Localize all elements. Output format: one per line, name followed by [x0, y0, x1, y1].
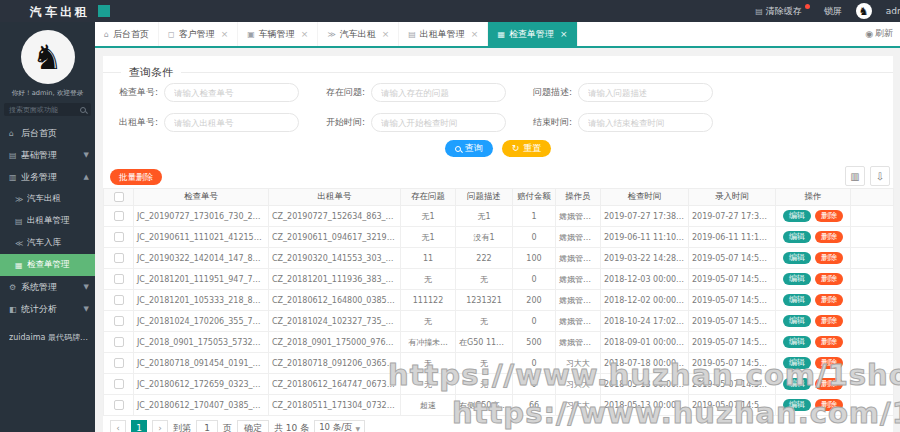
row-checkbox[interactable] — [114, 232, 124, 242]
rent-no-field-input[interactable] — [164, 113, 299, 132]
close-icon[interactable]: × — [301, 29, 309, 39]
sidebar-item-car-storage[interactable]: ≪汽车入库 — [0, 232, 95, 254]
cell-entry-time: 2019-05-07 14:55:30 — [689, 248, 776, 269]
delete-button[interactable]: 删除 — [815, 399, 843, 411]
close-icon[interactable]: × — [471, 29, 479, 39]
edit-button[interactable]: 编辑 — [783, 315, 811, 327]
sidebar-item-system-mgmt[interactable]: ⚙系统管理▼ — [0, 276, 95, 298]
delete-button[interactable]: 删除 — [815, 252, 843, 264]
lock-screen-button[interactable]: 锁屏 — [824, 5, 842, 18]
edit-button[interactable]: 编辑 — [783, 273, 811, 285]
tab-car-rent[interactable]: ≫汽车出租× — [318, 22, 399, 46]
cell-operator: 嫦娥管理员 — [556, 290, 601, 311]
row-checkbox[interactable] — [114, 253, 124, 263]
select-all-checkbox[interactable] — [114, 192, 124, 202]
sidebar-item-inspection-mgmt[interactable]: ▦检查单管理 — [0, 254, 95, 276]
batch-delete-button[interactable]: 批量删除 — [110, 169, 162, 185]
edit-button[interactable]: 编辑 — [783, 378, 811, 390]
row-checkbox[interactable] — [114, 379, 124, 389]
problem-desc-field-input[interactable] — [578, 83, 713, 102]
cell-filler — [851, 269, 894, 290]
notification-dot-icon — [805, 4, 810, 9]
problem-exist-field-input[interactable] — [371, 83, 506, 102]
row-checkbox-cell — [104, 332, 134, 353]
delete-button[interactable]: 删除 — [815, 294, 843, 306]
cell-check-time: 2018-12-02 00:00:00 — [601, 290, 689, 311]
sidebar-item-label: 后台首页 — [21, 127, 89, 140]
sidebar-item-business-mgmt[interactable]: ▥业务管理▲ — [0, 166, 95, 188]
delete-button[interactable]: 删除 — [815, 378, 843, 390]
edit-button[interactable]: 编辑 — [783, 231, 811, 243]
sidebar-item-basic-mgmt[interactable]: ▤基础管理▼ — [0, 144, 95, 166]
row-checkbox[interactable] — [114, 316, 124, 326]
tab-vehicle-mgmt[interactable]: ▣车辆管理× — [238, 22, 318, 46]
edit-button[interactable]: 编辑 — [783, 252, 811, 264]
cell-desc: 在G50 1127-113... — [456, 332, 513, 353]
edit-button[interactable]: 编辑 — [783, 399, 811, 411]
system-icon: ⚙ — [9, 283, 21, 292]
refresh-button[interactable]: ◉ 刷新 — [865, 27, 893, 40]
tab-customer-mgmt[interactable]: ◻客户管理× — [159, 22, 238, 46]
end-time-field-input[interactable] — [578, 113, 713, 132]
cell-actions: 编辑删除 — [776, 227, 851, 248]
row-checkbox[interactable] — [114, 295, 124, 305]
page-confirm-button[interactable]: 确定 — [237, 420, 269, 432]
cell-rent-no: CZ_20190611_094617_32192683 — [269, 227, 401, 248]
sidebar-item-dashboard[interactable]: ⌂后台首页 — [0, 122, 95, 144]
row-checkbox[interactable] — [114, 400, 124, 410]
sidebar-item-stats[interactable]: ◧统计分析▼ — [0, 298, 95, 320]
sidebar-search-input[interactable]: 搜索页面或功能 — [4, 103, 91, 116]
close-icon[interactable]: × — [382, 29, 390, 39]
tab-inspection-mgmt[interactable]: ▦检查单管理× — [488, 22, 577, 46]
row-checkbox[interactable] — [114, 211, 124, 221]
col-amount: 赔付金额 — [513, 189, 556, 206]
table-row: JC_20190727_173016_730_26010CZ_20190727_… — [104, 206, 894, 227]
search-button[interactable]: 查询 — [445, 140, 493, 157]
content-card: 查询条件 检查单号:存在问题:问题描述:出租单号:开始时间:结束时间: 查询 ↻… — [103, 56, 893, 432]
row-checkbox[interactable] — [114, 358, 124, 368]
edit-button[interactable]: 编辑 — [783, 294, 811, 306]
cell-desc: 没有1 — [456, 227, 513, 248]
filter-columns-icon[interactable]: ▥ — [845, 166, 865, 186]
export-icon[interactable]: ⇩ — [870, 166, 890, 186]
sidebar-item-rent-order-mgmt[interactable]: ▤出租单管理 — [0, 210, 95, 232]
clear-cache-button[interactable]: ▤ 清除缓存 — [755, 5, 810, 18]
sidebar-item-zuidaima[interactable]: zuidaima 最代码牌汽车 — [0, 326, 95, 348]
col-check-no: 检查单号 — [134, 189, 269, 206]
edit-button[interactable]: 编辑 — [783, 210, 811, 222]
tab-dashboard[interactable]: ⌂后台首页 — [95, 22, 159, 46]
reset-button[interactable]: ↻ 重置 — [502, 140, 552, 157]
cell-amount: 200 — [513, 290, 556, 311]
close-icon[interactable]: × — [221, 29, 229, 39]
page-jump-input[interactable] — [196, 420, 218, 432]
prev-page-button[interactable]: ‹ — [110, 420, 126, 432]
cell-rent-no: CZ_20190320_141553_303_8141 — [269, 248, 401, 269]
menu-toggle-button[interactable] — [98, 5, 110, 17]
cell-amount: 0 — [513, 374, 556, 395]
per-page-select[interactable]: 10 条/页 ▼ — [314, 420, 365, 432]
delete-button[interactable]: 删除 — [815, 210, 843, 222]
avatar[interactable]: ♞ — [856, 3, 872, 19]
tab-rent-order-mgmt[interactable]: ▤出租单管理× — [399, 22, 488, 46]
vehicle-icon: ▣ — [247, 30, 255, 39]
row-checkbox-cell — [104, 248, 134, 269]
delete-button[interactable]: 删除 — [815, 336, 843, 348]
close-icon[interactable]: × — [560, 29, 568, 39]
cell-amount: 0 — [513, 353, 556, 374]
row-checkbox[interactable] — [114, 274, 124, 284]
delete-button[interactable]: 删除 — [815, 357, 843, 369]
edit-button[interactable]: 编辑 — [783, 357, 811, 369]
start-time-field-input[interactable] — [371, 113, 506, 132]
cell-operator: 嫦娥管理员 — [556, 311, 601, 332]
current-page-button[interactable]: 1 — [131, 420, 147, 432]
delete-button[interactable]: 删除 — [815, 273, 843, 285]
delete-button[interactable]: 删除 — [815, 231, 843, 243]
next-page-button[interactable]: › — [152, 420, 168, 432]
username[interactable]: admin — [886, 6, 900, 16]
edit-button[interactable]: 编辑 — [783, 336, 811, 348]
inspection-no-field-input[interactable] — [164, 83, 299, 102]
sidebar-item-car-rent[interactable]: ≫汽车出租 — [0, 188, 95, 210]
cell-rent-no: CZ_20180612_164800_0385_37625 — [269, 290, 401, 311]
delete-button[interactable]: 删除 — [815, 315, 843, 327]
row-checkbox[interactable] — [114, 337, 124, 347]
